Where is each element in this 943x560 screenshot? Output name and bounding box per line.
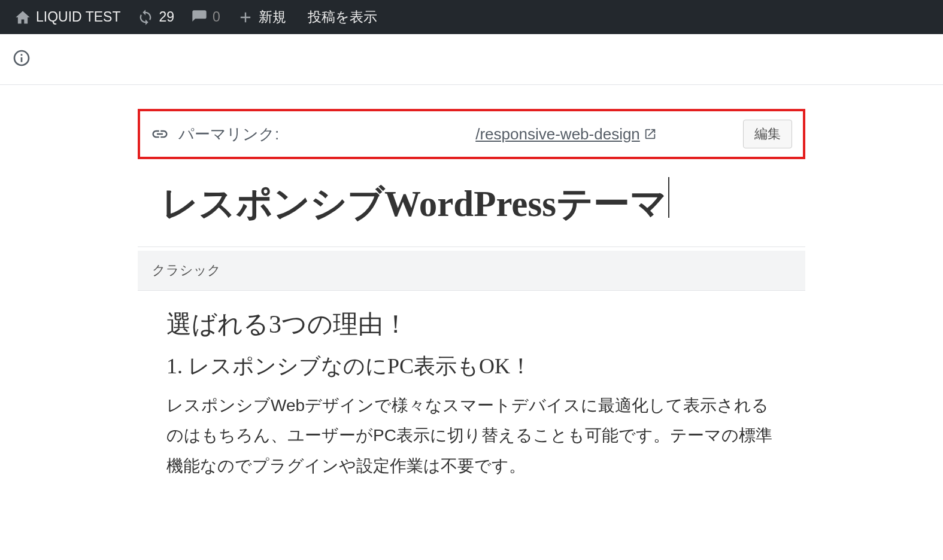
home-icon [14, 9, 31, 26]
refresh-icon [137, 9, 154, 26]
updates-count: 29 [159, 9, 174, 25]
post-title-wrap: レスポンシブWordPressテーマ [138, 171, 805, 247]
content-paragraph: レスポンシブWebデザインで様々なスマートデバイスに最適化して表示されるのはもち… [166, 391, 777, 481]
editor-container: パーマリンク: /responsive-web-design 編集 レスポンシブ… [126, 109, 817, 498]
admin-comments-link[interactable]: 0 [183, 0, 229, 34]
view-post-label: 投稿を表示 [308, 8, 377, 26]
admin-bar: LIQUID TEST 29 0 新規 投稿を表示 [0, 0, 943, 34]
permalink-edit-button[interactable]: 編集 [743, 120, 792, 148]
comment-icon [191, 9, 208, 26]
admin-view-post-link[interactable]: 投稿を表示 [295, 0, 386, 34]
admin-site-link[interactable]: LIQUID TEST [6, 0, 129, 34]
permalink-box: パーマリンク: /responsive-web-design 編集 [138, 109, 805, 159]
external-link-icon [644, 127, 657, 141]
comments-count: 0 [213, 9, 220, 25]
site-name: LIQUID TEST [36, 9, 120, 25]
admin-updates-link[interactable]: 29 [129, 0, 183, 34]
info-bar [0, 34, 943, 85]
content-area[interactable]: 選ばれる3つの理由！ 1. レスポンシブなのにPC表示もOK！ レスポンシブWe… [138, 291, 805, 498]
post-title-input[interactable]: レスポンシブWordPressテーマ [162, 184, 667, 224]
block-type-label[interactable]: クラシック [138, 251, 805, 291]
content-heading-1: 選ばれる3つの理由！ [166, 308, 777, 341]
text-cursor [668, 177, 669, 218]
admin-new-link[interactable]: 新規 [229, 0, 295, 34]
new-label: 新規 [259, 8, 286, 26]
link-icon [151, 125, 169, 143]
content-heading-2: 1. レスポンシブなのにPC表示もOK！ [166, 352, 777, 381]
permalink-url[interactable]: /responsive-web-design [290, 125, 657, 144]
plus-icon [237, 9, 254, 26]
permalink-label: パーマリンク: [178, 124, 279, 145]
info-icon[interactable] [12, 48, 31, 68]
permalink-slug: /responsive-web-design [475, 125, 640, 144]
